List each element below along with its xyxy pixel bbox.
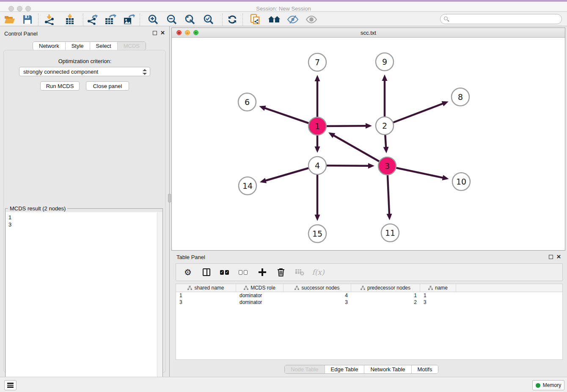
tab-mcds[interactable]: MCDS [118,42,146,50]
control-panel: Control Panel ✕ NetworkStyleSelectMCDS O… [0,26,170,377]
export-image-icon[interactable] [122,14,136,25]
table-cell[interactable]: 4 [284,292,351,299]
criterion-dropdown[interactable]: strongly connected component [19,67,150,76]
settings-gear-icon[interactable]: ⚙ [183,267,193,277]
zoom-out-icon[interactable] [165,14,179,25]
tab-motifs[interactable]: Motifs [412,365,438,373]
import-network-icon[interactable] [42,14,57,25]
add-row-icon[interactable] [257,267,267,277]
table-cell[interactable]: 3 [420,299,456,306]
refresh-icon[interactable] [225,14,239,25]
table-row[interactable]: 3dominator323 [176,299,562,306]
table-cell[interactable]: 3 [176,299,236,306]
table-cell[interactable]: 3 [284,299,351,306]
import-table-icon[interactable] [63,14,77,25]
mcds-result-area[interactable]: 13 [6,212,162,392]
graph-node-9[interactable]: 9 [376,53,394,71]
graph-node-10[interactable]: 10 [452,173,470,190]
search-icon [444,17,448,20]
graph-node-1[interactable]: 1 [308,117,326,135]
table-cell[interactable]: 1 [176,292,236,299]
open-file-icon[interactable] [3,14,17,25]
show-all-icon[interactable] [304,14,319,25]
network-canvas[interactable]: 7968124314101511 [172,38,565,250]
app-title: Session: New Session [0,6,567,12]
close-panel-icon[interactable]: ✕ [556,255,561,259]
column-visibility-icon[interactable] [201,267,212,277]
app-titlebar: Session: New Session [0,2,567,12]
delete-table-icon[interactable] [295,267,305,277]
column-header-MCDS-role[interactable]: MCDS role [236,284,284,292]
column-header-successor-nodes[interactable]: successor nodes [284,284,351,292]
save-session-icon[interactable] [20,14,35,25]
graph-node-15[interactable]: 15 [308,225,326,243]
table-cell[interactable]: dominator [236,292,284,299]
export-network-icon[interactable] [85,14,100,25]
hide-selected-icon[interactable] [286,14,300,25]
table-row[interactable]: 1dominator411 [176,292,562,299]
result-scrollbar[interactable] [157,212,162,392]
home-icon[interactable] [267,14,281,25]
node-table: shared nameMCDS rolesuccessor nodesprede… [176,284,563,360]
zoom-in-icon[interactable] [146,14,160,25]
table-cell[interactable]: dominator [236,299,284,306]
svg-text:3: 3 [385,161,390,171]
close-panel-icon[interactable]: ✕ [160,31,165,35]
graph-node-8[interactable]: 8 [451,88,469,106]
clone-network-icon[interactable] [248,14,263,25]
network-view-window: ✕ − + scc.txt 7968124314101511 [171,28,565,251]
graph-node-4[interactable]: 4 [308,157,326,174]
search-input[interactable] [440,14,562,24]
result-line: 3 [8,221,160,228]
tab-network[interactable]: Network [33,42,66,50]
vertical-splitter-handle[interactable] [168,194,171,202]
memory-status-icon [536,383,540,388]
toolbar-separator [140,14,140,25]
search-box [440,14,562,24]
memory-button[interactable]: Memory [532,380,564,390]
svg-text:9: 9 [382,57,387,66]
graph-node-11[interactable]: 11 [381,224,399,242]
column-header-shared-name[interactable]: shared name [176,284,236,292]
select-all-icon[interactable]: ✓✓ [220,267,230,277]
run-mcds-button[interactable]: Run MCDS [40,81,80,91]
delete-row-icon[interactable] [276,267,286,277]
edge-arrowhead-icon [442,101,449,106]
zoom-fit-icon[interactable] [183,14,197,25]
tab-select[interactable]: Select [90,42,118,50]
edge-arrowhead-icon [366,123,372,129]
graph-edge-2-8[interactable] [385,103,443,126]
control-panel-title: Control Panel [4,30,38,37]
network-window-titlebar[interactable]: ✕ − + scc.txt [172,28,565,38]
tab-network-table[interactable]: Network Table [364,365,411,373]
column-header-name[interactable]: name [420,284,456,292]
table-cell[interactable]: 2 [351,299,420,306]
graph-node-14[interactable]: 14 [239,177,256,195]
main-toolbar [0,12,567,26]
table-cell[interactable]: 1 [420,292,456,299]
column-header-predecessor-nodes[interactable]: predecessor nodes [351,284,420,292]
table-cell[interactable]: 1 [351,292,420,299]
mcds-result-group: MCDS result (2 nodes) 13 [5,208,163,392]
tab-style[interactable]: Style [66,42,90,50]
graph-node-6[interactable]: 6 [238,93,256,111]
edge-arrowhead-icon [315,146,320,153]
result-line: 1 [8,214,160,221]
close-panel-button[interactable]: Close panel [86,81,129,91]
float-panel-icon[interactable] [549,255,553,259]
tab-edge-table[interactable]: Edge Table [325,365,365,373]
task-history-button[interactable] [4,380,17,390]
edge-arrowhead-icon [315,75,320,81]
export-table-icon[interactable] [103,14,118,25]
mcds-result-title: MCDS result (2 nodes) [8,205,67,212]
deselect-all-icon[interactable] [239,267,249,277]
list-icon [7,383,14,388]
graph-node-2[interactable]: 2 [376,117,394,135]
graph-node-3[interactable]: 3 [378,157,396,175]
graph-node-7[interactable]: 7 [308,53,326,71]
status-bar: Memory [0,377,567,392]
function-builder-icon[interactable]: f(x) [313,267,323,277]
zoom-selected-icon[interactable] [201,14,216,25]
float-panel-icon[interactable] [153,31,157,35]
tab-node-table[interactable]: Node Table [285,365,325,373]
